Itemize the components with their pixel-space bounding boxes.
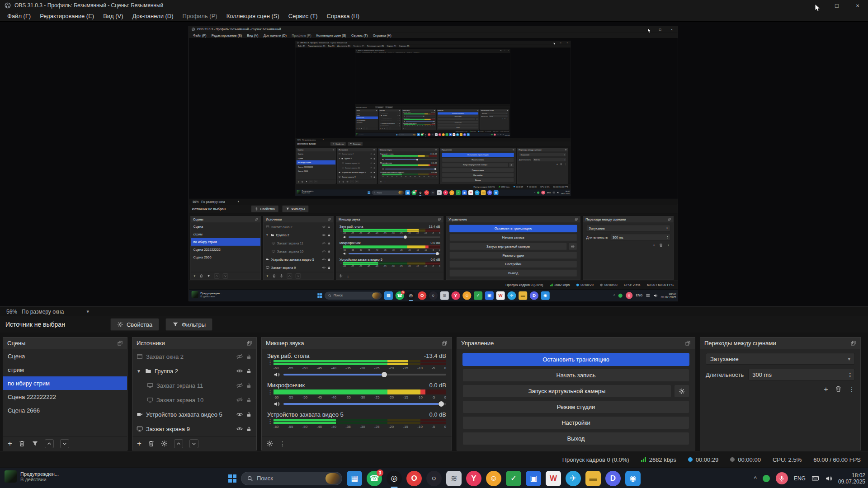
menu-tools[interactable]: Сервис (T) — [284, 11, 322, 21]
scenes-dock-header[interactable]: Сцены — [3, 338, 127, 349]
word-red-app-icon[interactable]: W — [546, 471, 561, 486]
volume-slider-handle[interactable] — [439, 401, 444, 407]
source-item[interactable]: Захват экрана 11 — [132, 378, 256, 393]
dark-browser-icon[interactable]: ○ — [426, 471, 442, 486]
studio-mode-button[interactable]: Режим студии — [462, 400, 689, 413]
stop-streaming-button[interactable]: Остановить трансляцию — [462, 353, 689, 366]
menu-view[interactable]: Вид (V) — [99, 11, 127, 21]
lock-icon[interactable] — [246, 368, 252, 374]
settings-button[interactable]: Настройки — [462, 416, 689, 429]
scene-item[interactable]: Сцена 222222222 — [3, 390, 127, 404]
move-source-down-button[interactable] — [189, 439, 198, 448]
start-recording-button[interactable]: Начать запись — [462, 369, 689, 382]
start-button[interactable] — [228, 474, 236, 483]
properties-button[interactable]: Свойства — [110, 318, 159, 331]
lock-icon[interactable] — [246, 426, 252, 432]
scene-item[interactable]: Сцена 2666 — [3, 404, 127, 417]
channel-menu-icon[interactable]: ⋮ — [267, 419, 271, 429]
channel-menu-icon[interactable]: ⋮ — [267, 389, 271, 408]
search-highlight-image[interactable] — [326, 473, 340, 484]
blue-tile-app-icon[interactable]: ▣ — [526, 471, 541, 486]
popout-icon[interactable] — [117, 340, 123, 346]
titlebar[interactable]: OBS 31.0.3 - Профиль: Безымянный - Сцены… — [0, 0, 868, 11]
add-scene-button[interactable]: + — [8, 440, 12, 447]
zoom-dropdown-caret[interactable]: ▾ — [86, 309, 89, 314]
advanced-audio-icon[interactable] — [266, 440, 273, 447]
exit-button[interactable]: Выход — [462, 432, 689, 445]
volume-slider[interactable] — [283, 403, 446, 405]
file-explorer-icon[interactable]: ▬ — [585, 471, 601, 486]
duration-spinner[interactable]: 300 ms ▴▾ — [748, 369, 855, 380]
eye-off-icon[interactable] — [236, 382, 243, 389]
move-scene-down-button[interactable] — [60, 439, 69, 448]
discord-icon[interactable]: D — [605, 471, 621, 486]
lock-icon[interactable] — [246, 412, 252, 418]
opera-icon[interactable]: O — [406, 471, 422, 486]
transition-menu-icon[interactable]: ⋮ — [849, 385, 855, 393]
sources-dock-header[interactable]: Источники — [132, 338, 256, 349]
scene-item[interactable]: Сцена — [3, 349, 127, 363]
whatsapp-icon[interactable]: ☎3 — [367, 471, 382, 486]
move-source-up-button[interactable] — [174, 439, 183, 448]
clock[interactable]: 18:02 09.07.2025 — [838, 472, 865, 485]
eye-icon[interactable] — [236, 368, 243, 374]
source-properties-icon[interactable] — [161, 440, 168, 447]
popout-icon[interactable] — [246, 340, 252, 346]
lock-icon[interactable] — [246, 397, 252, 403]
mixer-dock-header[interactable]: Микшер звука — [262, 338, 452, 349]
move-scene-up-button[interactable] — [45, 439, 54, 448]
scene-filters-icon[interactable] — [32, 440, 38, 447]
antivirus-icon[interactable]: ✓ — [506, 471, 521, 486]
remove-transition-button[interactable] — [835, 385, 842, 392]
menu-help[interactable]: Справка (H) — [322, 11, 364, 21]
source-item[interactable]: Устройство захвата видео 5 — [132, 407, 256, 422]
scene-item[interactable]: стрим — [3, 363, 127, 376]
striped-app-icon[interactable]: ≋ — [446, 471, 462, 486]
notification-toast[interactable]: Предупрежден... В действии — [5, 470, 59, 483]
lock-icon[interactable] — [246, 383, 252, 389]
add-source-button[interactable]: + — [137, 440, 142, 447]
transition-select[interactable]: Затухание ▾ — [706, 353, 855, 365]
menu-scene-collection[interactable]: Коллекция сцен (S) — [222, 11, 284, 21]
remove-scene-button[interactable] — [19, 440, 25, 447]
menu-docks[interactable]: Док-панели (D) — [128, 11, 178, 21]
eye-off-icon[interactable] — [236, 397, 243, 403]
lock-icon[interactable] — [246, 354, 252, 360]
volume-icon[interactable] — [825, 475, 832, 482]
popout-icon[interactable] — [850, 340, 856, 346]
spinner-arrows-icon[interactable]: ▴▾ — [849, 371, 851, 378]
group-expander-icon[interactable]: ▼ — [137, 369, 142, 374]
maximize-button[interactable]: □ — [826, 0, 847, 11]
volume-slider-handle[interactable] — [382, 372, 387, 377]
controls-dock-header[interactable]: Управление — [457, 338, 695, 349]
remove-source-button[interactable] — [148, 440, 155, 447]
language-indicator[interactable]: ENG — [794, 475, 806, 482]
virtual-camera-config-button[interactable] — [674, 385, 689, 398]
volume-slider[interactable] — [283, 374, 446, 375]
eye-icon[interactable] — [236, 426, 243, 432]
close-button[interactable]: × — [847, 0, 868, 11]
eye-off-icon[interactable] — [236, 353, 243, 360]
photos-app-icon[interactable]: ◉ — [625, 471, 641, 486]
source-group-item[interactable]: ▼ Группа 2 — [132, 364, 256, 378]
obs-studio-icon[interactable]: ◎ — [387, 471, 402, 486]
menu-profile[interactable]: Профиль (P) — [178, 11, 222, 21]
filters-button[interactable]: Фильтры — [165, 318, 212, 331]
mixer-menu-icon[interactable]: ⋮ — [279, 440, 286, 447]
search-input[interactable] — [257, 475, 322, 482]
start-virtual-camera-button[interactable]: Запуск виртуальной камеры — [462, 385, 671, 398]
tray-chevron-up-icon[interactable]: ^ — [754, 475, 757, 482]
speaker-icon[interactable] — [274, 371, 280, 378]
popout-icon[interactable] — [685, 340, 691, 346]
source-item[interactable]: Захват экрана 10 — [132, 393, 256, 407]
channel-menu-icon[interactable]: ⋮ — [267, 360, 271, 379]
preview-canvas[interactable]: OBS 31.0.3 - Профиль: Безымянный - Сцены… — [0, 22, 868, 306]
smiley-app-icon[interactable]: ☺ — [486, 471, 501, 486]
telegram-icon[interactable]: ✈ — [566, 471, 581, 486]
popout-icon[interactable] — [442, 340, 448, 346]
eye-icon[interactable] — [236, 411, 243, 418]
source-item[interactable]: Захват экрана 9 — [132, 422, 256, 436]
touch-keyboard-icon[interactable] — [811, 474, 819, 482]
menu-file[interactable]: Файл (F) — [3, 11, 35, 21]
microphone-indicator-icon[interactable] — [776, 472, 788, 484]
